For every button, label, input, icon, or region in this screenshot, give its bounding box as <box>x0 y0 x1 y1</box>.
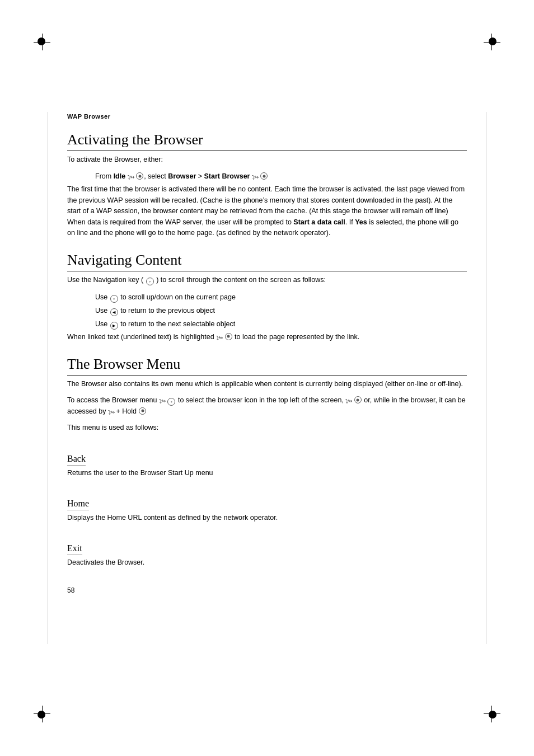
exit-title: Exit <box>67 543 82 555</box>
phone-icon-3: ⤵↬ <box>216 334 222 342</box>
side-line-right <box>486 112 486 644</box>
corner-mark-bl <box>34 700 56 722</box>
circle-icon-2 <box>260 172 268 180</box>
bullet-dot-br <box>489 711 496 719</box>
activating-body: The first time that the browser is activ… <box>67 184 467 238</box>
home-title: Home <box>67 499 89 510</box>
corner-mark-tr <box>478 34 500 56</box>
nav-icon-center: ◦ <box>146 278 154 285</box>
start-data-call-label: Start a data call <box>293 218 345 226</box>
start-browser-label: Start Browser <box>204 172 250 180</box>
browser-menu-section: The Browser Menu The Browser also contai… <box>67 356 467 569</box>
side-line-left <box>48 112 48 644</box>
nav-bullet-3: Use ► to return to the next selectable o… <box>95 318 467 330</box>
nav-bullet-2: Use ◄ to return to the previous object <box>95 305 467 316</box>
corner-mark-br <box>478 700 500 722</box>
yes-label: Yes <box>355 218 367 226</box>
linked-text-desc: When linked text (underlined text) is hi… <box>67 332 467 342</box>
exit-section: Exit Deactivates the Browser. <box>67 533 467 568</box>
nav-prev-icon: ◄ <box>110 308 118 316</box>
page-number: 58 <box>67 585 467 596</box>
section-label: WAP Browser <box>67 112 467 121</box>
home-body: Displays the Home URL content as defined… <box>67 513 467 523</box>
navigating-intro: Use the Navigation key ( ◦ ) to scroll t… <box>67 275 467 285</box>
circle-icon-5 <box>139 407 146 415</box>
content-area: WAP Browser Activating the Browser To ac… <box>67 0 467 685</box>
phone-icon-1: ⤵↬ <box>128 173 134 182</box>
nav-bullet-1: Use ◦ to scroll up/down on the current p… <box>95 292 467 303</box>
browser-menu-intro: The Browser also contains its own menu w… <box>67 379 467 389</box>
bullet-dot-tr <box>489 37 496 45</box>
activating-instruction: From Idle ⤵↬ , select Browser > Start Br… <box>95 171 467 182</box>
menu-usage: This menu is used as follows: <box>67 422 467 433</box>
nav-next-icon: ► <box>110 322 118 330</box>
bullet-dot-tl <box>38 37 45 45</box>
exit-body: Deactivates the Browser. <box>67 557 467 568</box>
bullet-dot-bl <box>38 711 45 719</box>
browser-menu-access: To access the Browser menu ⤵↬ ◦ to selec… <box>67 395 467 417</box>
phone-icon-6: ⤵↬ <box>108 408 114 417</box>
phone-icon-2: ⤵↬ <box>252 173 258 182</box>
nav-up-down-icon: ◦ <box>110 295 118 303</box>
browser-menu-title: The Browser Menu <box>67 356 467 375</box>
idle-label: Idle <box>114 172 126 180</box>
circle-icon-1 <box>136 172 143 180</box>
circle-icon-4 <box>354 396 362 403</box>
back-section: Back Returns the user to the Browser Sta… <box>67 444 467 478</box>
navigating-title: Navigating Content <box>67 252 467 271</box>
phone-icon-5: ⤵↬ <box>345 397 352 406</box>
activating-title: Activating the Browser <box>67 132 467 151</box>
home-section: Home Displays the Home URL content as de… <box>67 489 467 523</box>
corner-mark-tl <box>34 34 56 56</box>
phone-icon-4: ⤵↬ <box>159 397 165 406</box>
circle-icon-3 <box>225 333 232 340</box>
browser-label: Browser <box>168 172 196 180</box>
nav-select-icon: ◦ <box>167 398 175 406</box>
navigating-section: Navigating Content Use the Navigation ke… <box>67 252 467 342</box>
page: WAP Browser Activating the Browser To ac… <box>0 0 534 756</box>
back-title: Back <box>67 454 86 466</box>
back-body: Returns the user to the Browser Start Up… <box>67 468 467 478</box>
activating-intro: To activate the Browser, either: <box>67 154 467 165</box>
page-inner: WAP Browser Activating the Browser To ac… <box>0 0 534 756</box>
